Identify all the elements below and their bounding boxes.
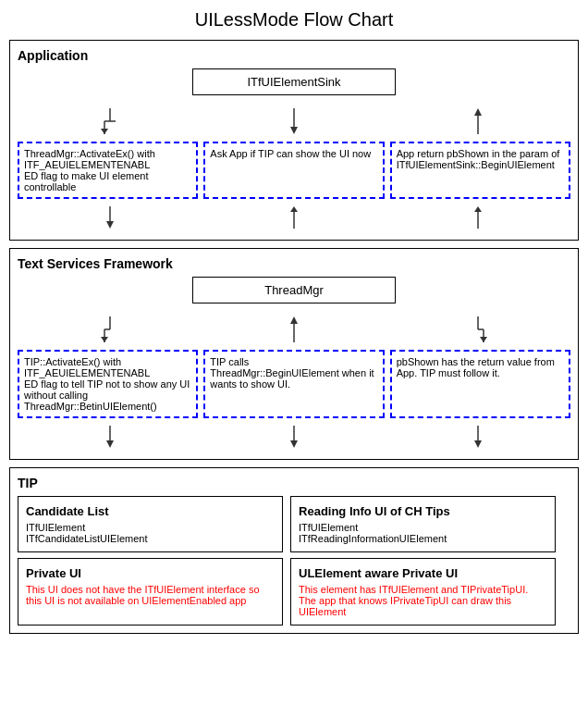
ulelement-aware-red: This element has ITfUIElement and TIPriv…: [299, 584, 547, 617]
svg-marker-6: [290, 127, 298, 134]
arrow-down-tsf-right: [469, 316, 487, 342]
tsf-arrows-bottom: [18, 422, 570, 452]
tsf-dashed-row: TIP::ActivateEx() with ITF_AEUIELEMENTEN…: [18, 350, 570, 418]
threadmgr-box: ThreadMgr: [192, 277, 396, 303]
candidate-list-sub2: ITfCandidateListUIElement: [26, 533, 275, 544]
svg-marker-18: [101, 337, 108, 342]
app-arrows-bottom: [18, 203, 570, 232]
arrow-down-tsf-left: [101, 316, 119, 342]
arrow-down-mid: [285, 108, 303, 134]
candidate-list-title: Candidate List: [26, 504, 275, 518]
private-ui-title: Private UI: [26, 566, 275, 580]
private-ui-red: This UI does not have the ITfUIElement i…: [26, 584, 275, 606]
svg-marker-26: [106, 440, 114, 448]
svg-marker-8: [474, 108, 482, 116]
app-right-box: App return pbShown in the param of ITfUI…: [390, 142, 570, 199]
tip-row2: Private UI This UI does not have the ITf…: [18, 558, 570, 625]
svg-marker-14: [474, 206, 482, 212]
tsf-section: Text Services Framework ThreadMgr: [9, 248, 579, 460]
svg-marker-20: [290, 316, 298, 324]
arrow-down-left: [101, 108, 119, 134]
svg-marker-24: [480, 337, 487, 342]
arrow-up-tsf-mid: [285, 316, 303, 342]
arrow-up-right: [469, 108, 487, 134]
private-ui-box: Private UI This UI does not have the ITf…: [18, 558, 283, 625]
page-title: UILessMode Flow Chart: [9, 9, 579, 31]
arrow-up-app-bottom-right: [469, 206, 487, 229]
arrow-down-tsf-bottom-mid: [285, 426, 303, 448]
application-section: Application ITfUIElementSink: [9, 40, 579, 241]
app-arrows-top: [18, 105, 570, 138]
app-left-box: ThreadMgr::ActivateEx() with ITF_AEUIELE…: [18, 142, 198, 199]
ulelement-aware-box: ULElement aware Private UI This element …: [290, 558, 556, 625]
svg-marker-12: [290, 206, 298, 212]
reading-info-title: Reading Info UI of CH Tips: [299, 504, 547, 518]
itfuielementsink-box: ITfUIElementSink: [192, 68, 396, 95]
tsf-left-box: TIP::ActivateEx() with ITF_AEUIELEMENTEN…: [18, 350, 198, 418]
arrow-down-tsf-bottom-right: [469, 426, 487, 448]
svg-marker-28: [290, 440, 298, 448]
reading-info-box: Reading Info UI of CH Tips ITfUIElement …: [290, 496, 556, 552]
svg-marker-30: [474, 440, 482, 448]
tip-row1: Candidate List ITfUIElement ITfCandidate…: [18, 496, 570, 552]
tsf-arrows-top: [18, 313, 570, 346]
application-label: Application: [18, 48, 570, 63]
candidate-list-sub1: ITfUIElement: [26, 522, 275, 533]
tsf-label: Text Services Framework: [18, 256, 570, 271]
reading-info-sub2: ITfReadingInformationUIElement: [299, 533, 547, 544]
svg-marker-10: [106, 221, 114, 229]
arrow-down-tsf-bottom-left: [101, 426, 119, 448]
tsf-mid-box: TIP calls ThreadMgr::BeginUIElement when…: [203, 350, 384, 418]
app-mid-box: Ask App if TIP can show the UI now: [203, 142, 384, 199]
candidate-list-box: Candidate List ITfUIElement ITfCandidate…: [18, 496, 283, 552]
arrow-down-app-bottom-left: [101, 206, 119, 229]
tip-label: TIP: [18, 476, 570, 490]
arrow-down-app-bottom-mid: [285, 206, 303, 229]
tsf-right-box: pbShown has the return value from App. T…: [390, 350, 570, 418]
ulelement-aware-title: ULElement aware Private UI: [299, 566, 547, 580]
svg-marker-4: [101, 129, 108, 134]
tip-section: TIP Candidate List ITfUIElement ITfCandi…: [9, 467, 579, 634]
reading-info-sub1: ITfUIElement: [299, 522, 547, 533]
app-dashed-row: ThreadMgr::ActivateEx() with ITF_AEUIELE…: [18, 142, 570, 199]
